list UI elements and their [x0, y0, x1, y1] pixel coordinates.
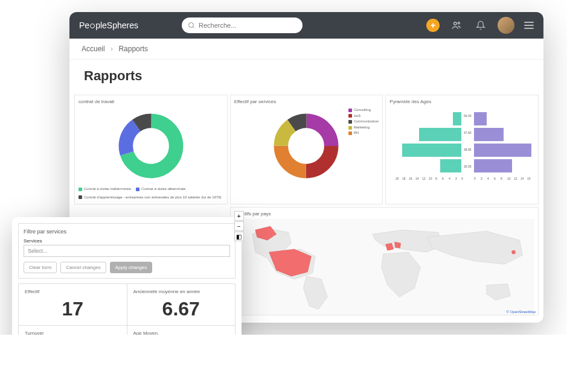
page-title: Rapports [69, 60, 543, 95]
svg-text:56.45: 56.45 [464, 114, 472, 118]
brand-part: Spheres [107, 21, 138, 30]
brand-logo: PepleSpheres [79, 21, 138, 30]
legend-label: HoS [354, 113, 361, 119]
brand-part: Pe [79, 21, 89, 30]
legend-label: Contrat à durée indéterminée [84, 186, 131, 192]
legend-dot-icon [348, 120, 352, 124]
svg-rect-21 [474, 159, 512, 172]
card-title: Effectifs par pays [234, 211, 534, 217]
filter-buttons: Clear form Cancel changes Apply changes [24, 262, 230, 273]
svg-text:6: 6 [494, 177, 496, 180]
kpi-value: 17 [25, 298, 121, 320]
svg-rect-18 [474, 112, 487, 125]
kpi-title: Ancienneté moyenne en année [133, 289, 229, 294]
svg-point-42 [511, 250, 515, 254]
legend-dot-icon [348, 114, 352, 118]
search-wrap [182, 17, 303, 33]
kpi-title: Age Moyen. [133, 330, 229, 335]
cancel-changes-button[interactable]: Cancel changes [60, 262, 106, 273]
legend-label: Contrat à durée déterminée [141, 186, 185, 192]
legend-item: RH [348, 130, 379, 136]
kpi-title: Turnover [25, 330, 121, 335]
card-contract: contrat de travail Contrat à durée indét… [74, 95, 228, 204]
svg-text:12: 12 [514, 177, 517, 180]
overlay-panel: Filtre par services Services Select... C… [12, 217, 242, 335]
kpi-grid: Effectif 17 Ancienneté moyenne en année … [18, 283, 235, 335]
legend-item: Consulting [348, 107, 379, 113]
filter-card: Filtre par services Services Select... C… [18, 223, 235, 279]
kpi-anciennete: Ancienneté moyenne en année 6.67 [127, 284, 235, 325]
legend-dot-icon [348, 126, 352, 130]
bell-icon[interactable] [473, 18, 488, 33]
legend-dot-icon [136, 188, 139, 191]
breadcrumb-current: Rapports [118, 45, 148, 53]
legend-label: Communication [354, 119, 379, 125]
map-controls: + − ◧ [234, 211, 244, 241]
breadcrumb-home[interactable]: Accueil [82, 45, 105, 53]
legend-item: Contrat d'apprentissage - entreprises no… [78, 195, 222, 201]
clear-form-button[interactable]: Clear form [24, 262, 57, 273]
legend-item: Contrat à durée indéterminée [78, 186, 131, 192]
filter-title: Filtre par services [24, 229, 230, 235]
app-header: PepleSpheres + [69, 12, 543, 39]
legend-item: HoS [348, 113, 379, 119]
svg-text:2: 2 [481, 177, 482, 180]
kpi-turnover: Turnover 10% [19, 326, 127, 335]
svg-point-0 [454, 22, 457, 25]
svg-point-1 [458, 22, 460, 24]
zoom-out-button[interactable]: − [234, 221, 244, 231]
svg-text:18: 18 [402, 177, 406, 180]
svg-text:0: 0 [474, 177, 476, 180]
card-title: Pyramide des Ages [389, 99, 534, 104]
user-avatar[interactable] [498, 17, 514, 34]
legend-services: Consulting HoS Communication Marketing R… [348, 107, 379, 136]
header-actions: + [426, 17, 534, 34]
svg-rect-15 [419, 128, 461, 141]
zoom-in-button[interactable]: + [234, 211, 244, 221]
world-map[interactable] [234, 219, 534, 315]
legend-dot-icon [348, 131, 352, 135]
people-icon[interactable] [449, 18, 464, 33]
hamburger-icon[interactable] [524, 22, 534, 29]
add-button[interactable]: + [426, 19, 440, 32]
card-pyramid: Pyramide des Ages 56.45 47.65 38.85 30.0… [385, 95, 539, 204]
kpi-value: 6.67 [133, 298, 229, 320]
svg-text:30.05: 30.05 [464, 165, 472, 168]
svg-text:0: 0 [461, 177, 463, 180]
legend-label: Contrat d'apprentissage - entreprises no… [84, 195, 222, 201]
svg-text:14: 14 [521, 177, 524, 180]
legend-label: Marketing [354, 125, 370, 131]
map-layers-button[interactable]: ◧ [234, 232, 244, 241]
card-services: Effectif par services Consulting HoS Com… [230, 95, 383, 204]
svg-rect-14 [453, 112, 461, 125]
card-title: Effectif par services [234, 99, 379, 104]
search-input[interactable] [182, 17, 303, 33]
legend-dot-icon [348, 109, 352, 112]
svg-text:8: 8 [435, 177, 437, 180]
donut-chart-contract [78, 107, 223, 185]
svg-rect-19 [474, 128, 504, 141]
card-map: Effectifs par pays + − ◧ [230, 207, 539, 315]
legend-item: Contrat à durée déterminée [136, 186, 185, 192]
svg-text:14: 14 [415, 177, 419, 180]
kpi-title: Effectif [25, 289, 121, 294]
apply-changes-button[interactable]: Apply changes [110, 262, 152, 273]
svg-text:4: 4 [487, 177, 489, 180]
svg-point-9 [281, 121, 332, 171]
select-placeholder: Select... [28, 248, 48, 254]
chevron-right-icon: › [111, 45, 113, 53]
legend-label: RH [354, 130, 359, 136]
legend-item: Communication [348, 119, 379, 125]
svg-text:47.65: 47.65 [464, 131, 472, 134]
svg-text:8: 8 [501, 177, 502, 180]
legend-contract: Contrat à durée indéterminée Contrat à d… [78, 185, 223, 200]
legend-dot-icon [78, 188, 82, 191]
svg-text:16: 16 [409, 177, 412, 180]
svg-text:10: 10 [429, 177, 432, 180]
kpi-age: Age Moyen. 35.8 Age moyen en années [127, 326, 235, 335]
svg-text:20: 20 [396, 177, 399, 180]
services-select[interactable]: Select... [24, 245, 230, 257]
svg-point-4 [126, 121, 176, 171]
svg-text:2: 2 [455, 177, 457, 180]
legend-dot-icon [78, 195, 82, 199]
